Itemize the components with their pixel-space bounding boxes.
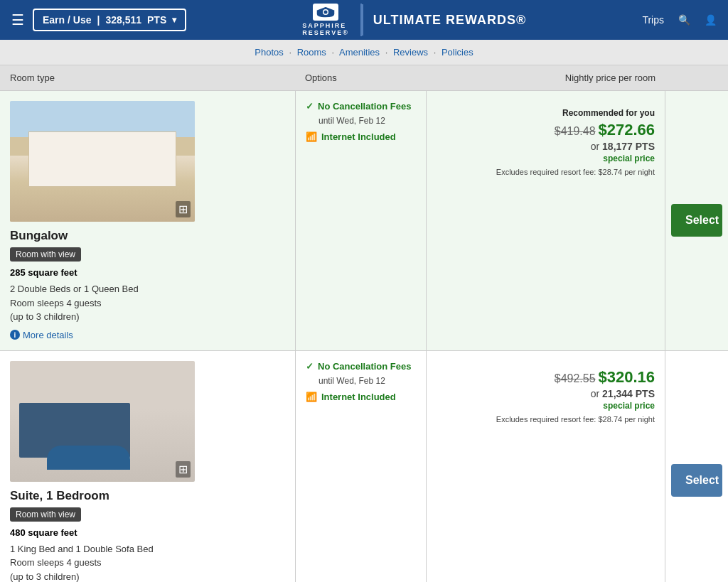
wifi-icon-suite: 📶 (306, 392, 317, 402)
room-desc-suite: 1 King Bed and 1 Double Sofa Bed Room sl… (10, 542, 285, 583)
sep1: · (289, 47, 291, 58)
price-pts-bungalow: or 18,177 PTS (437, 141, 655, 152)
hamburger-icon[interactable]: ☰ (11, 11, 24, 28)
current-price-suite: $320.16 (598, 368, 655, 386)
svg-point-1 (324, 11, 328, 14)
room-image-bungalow[interactable]: ⊞ (10, 101, 195, 222)
no-cancel-sub-suite: until Wed, Feb 12 (306, 376, 416, 386)
room-action-bungalow: Select (665, 91, 728, 350)
checkmark-icon: ✓ (306, 101, 314, 112)
resort-fee-suite: Excludes required resort fee: $28.74 per… (437, 415, 655, 424)
room-options-bungalow: ✓ No Cancellation Fees until Wed, Feb 12… (295, 91, 427, 350)
info-icon: i (10, 330, 20, 340)
col-action (665, 65, 728, 90)
room-action-suite: Select (665, 351, 728, 583)
room-price-suite: $492.55 $320.16 or 21,344 PTS special pr… (427, 351, 665, 583)
room-row-suite: ⊞ Suite, 1 Bedroom Room with view 480 sq… (0, 351, 728, 583)
col-options: Options (295, 65, 427, 90)
room-desc-line3: (up to 3 children) (10, 310, 285, 324)
subnav-policies[interactable]: Policies (441, 47, 473, 58)
subnav-reviews[interactable]: Reviews (393, 47, 428, 58)
option-no-cancel-suite: ✓ No Cancellation Fees (306, 361, 416, 372)
or-label-suite: or (591, 388, 599, 399)
suite-desc-line3: (up to 3 children) (10, 570, 285, 583)
no-cancel-label-suite: No Cancellation Fees (318, 361, 411, 372)
room-price-bungalow: Recommended for you $419.48 $272.66 or 1… (427, 91, 665, 350)
room-desc-line1: 2 Double Beds or 1 Queen Bed (10, 282, 285, 296)
room-desc-line2: Room sleeps 4 guests (10, 296, 285, 311)
option-internet: 📶 Internet Included (306, 131, 416, 142)
subnav-photos[interactable]: Photos (255, 47, 283, 58)
no-cancel-sub: until Wed, Feb 12 (306, 116, 416, 126)
option-no-cancel: ✓ No Cancellation Fees (306, 101, 416, 112)
pts-amount-suite: 21,344 PTS (602, 388, 655, 399)
resort-fee-bungalow: Excludes required resort fee: $28.74 per… (437, 168, 655, 176)
more-details-bungalow[interactable]: i More details (10, 330, 285, 340)
room-info-bungalow: ⊞ Bungalow Room with view 285 square fee… (0, 91, 295, 350)
room-sqft-suite: 480 square feet (10, 527, 285, 538)
earn-use-button[interactable]: Earn / Use | 328,511 PTS ▾ (33, 9, 186, 31)
table-header: Room type Options Nightly price per room (0, 65, 728, 91)
image-gallery-icon-suite: ⊞ (176, 461, 191, 478)
no-cancel-label: No Cancellation Fees (318, 101, 411, 112)
price-content-suite: $492.55 $320.16 or 21,344 PTS special pr… (437, 361, 655, 424)
col-room-type: Room type (0, 65, 295, 90)
col-price: Nightly price per room (427, 65, 665, 90)
room-options-suite: ✓ No Cancellation Fees until Wed, Feb 12… (295, 351, 427, 583)
sep4: · (434, 47, 437, 58)
sapphire-logo: SAPPHIRERESERVE® (302, 4, 361, 36)
image-gallery-icon: ⊞ (176, 201, 191, 217)
option-internet-suite: 📶 Internet Included (306, 392, 416, 402)
subnav-amenities[interactable]: Amenities (339, 47, 380, 58)
header-right: Trips 🔍 👤 (642, 14, 717, 26)
header: ☰ Earn / Use | 328,511 PTS ▾ SAPPHIRERES… (0, 0, 728, 40)
internet-label-suite: Internet Included (321, 392, 396, 402)
special-price-bungalow: special price (437, 153, 655, 163)
header-left: ☰ Earn / Use | 328,511 PTS ▾ (11, 9, 186, 31)
suite-desc-line1: 1 King Bed and 1 Double Sofa Bed (10, 542, 285, 556)
price-content-bungalow: Recommended for you $419.48 $272.66 or 1… (437, 101, 655, 176)
sapphire-shield-icon (315, 6, 336, 18)
room-image-suite[interactable]: ⊞ (10, 361, 195, 482)
original-price-suite: $492.55 (555, 372, 596, 384)
suite-desc-line2: Room sleeps 4 guests (10, 556, 285, 570)
price-row-suite: $492.55 $320.16 (437, 368, 655, 387)
chevron-down-icon: ▾ (172, 15, 176, 25)
points-value: 328,511 (105, 14, 141, 26)
room-badge-suite: Room with view (10, 507, 81, 522)
room-info-suite: ⊞ Suite, 1 Bedroom Room with view 480 sq… (0, 351, 295, 583)
logo-icon (313, 4, 338, 21)
brand-logo-area: SAPPHIRERESERVE® ULTIMATE REWARDS® (302, 4, 526, 36)
earn-use-label: Earn / Use (43, 14, 91, 26)
room-name-bungalow: Bungalow (10, 229, 285, 243)
subnav-rooms[interactable]: Rooms (297, 47, 326, 58)
room-desc-bungalow: 2 Double Beds or 1 Queen Bed Room sleeps… (10, 282, 285, 324)
internet-label: Internet Included (321, 131, 396, 142)
more-details-label: More details (23, 330, 73, 340)
room-row: ⊞ Bungalow Room with view 285 square fee… (0, 91, 728, 351)
sapphire-reserve-label: SAPPHIRERESERVE® (302, 22, 348, 36)
wifi-icon: 📶 (306, 131, 317, 142)
subnav: Photos · Rooms · Amenities · Reviews · P… (0, 40, 728, 65)
price-pts-suite: or 21,344 PTS (437, 388, 655, 399)
select-button-suite[interactable]: Select (671, 464, 722, 497)
select-button-bungalow[interactable]: Select (671, 204, 722, 237)
current-price-bungalow: $272.66 (598, 121, 655, 139)
divider: | (97, 14, 100, 26)
search-icon[interactable]: 🔍 (678, 14, 690, 26)
pts-amount-bungalow: 18,177 PTS (602, 141, 655, 152)
room-name-suite: Suite, 1 Bedroom (10, 489, 285, 503)
trips-label[interactable]: Trips (642, 14, 664, 26)
recommended-label: Recommended for you (437, 108, 655, 118)
room-badge-bungalow: Room with view (10, 247, 81, 262)
original-price-bungalow: $419.48 (555, 125, 596, 137)
pts-label: PTS (147, 14, 166, 26)
special-price-suite: special price (437, 401, 655, 411)
checkmark-icon-suite: ✓ (306, 361, 314, 372)
room-sqft-bungalow: 285 square feet (10, 267, 285, 278)
or-label: or (591, 141, 599, 152)
user-icon[interactable]: 👤 (705, 14, 717, 26)
price-row: $419.48 $272.66 (437, 121, 655, 139)
ultimate-rewards-label: ULTIMATE REWARDS® (363, 13, 527, 28)
sep2: · (331, 47, 334, 58)
